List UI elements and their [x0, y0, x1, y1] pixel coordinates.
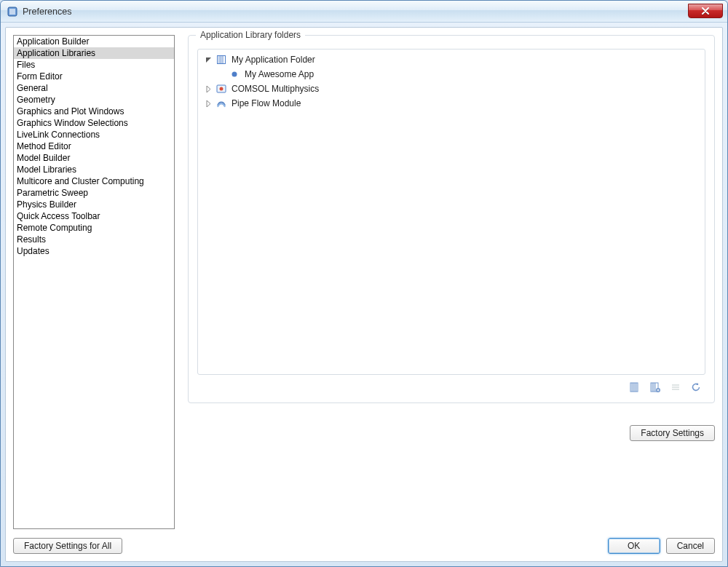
tree-node-label: Pipe Flow Module — [232, 98, 301, 108]
group-title: Application Library folders — [196, 30, 305, 40]
preferences-window: Preferences Application BuilderApplicati… — [0, 0, 728, 567]
add-user-library-icon[interactable] — [628, 381, 641, 394]
sidebar-item[interactable]: Method Editor — [14, 140, 174, 152]
sidebar-item[interactable]: Files — [14, 59, 174, 71]
tree-node-label: My Application Folder — [232, 55, 315, 65]
ok-button[interactable]: OK — [608, 538, 660, 554]
settings-panel: Application Library folders My Applicati… — [188, 35, 715, 529]
pipe-icon — [215, 98, 227, 109]
tree-node-label: COMSOL Multiphysics — [232, 84, 319, 94]
tree-node[interactable]: My Awesome App — [202, 67, 700, 82]
collapse-icon[interactable] — [204, 55, 213, 64]
sidebar-item[interactable]: Graphics Window Selections — [14, 117, 174, 129]
sidebar-item[interactable]: Model Builder — [14, 152, 174, 164]
refresh-icon[interactable] — [689, 381, 703, 394]
content-area: Application BuilderApplication Libraries… — [5, 27, 723, 562]
sidebar-item[interactable]: Form Editor — [14, 71, 174, 82]
tree-node[interactable]: Pipe Flow Module — [202, 96, 700, 111]
library-icon — [215, 54, 227, 66]
sidebar-item[interactable]: Quick Access Toolbar — [14, 210, 174, 222]
set-library-root-icon[interactable] — [649, 381, 662, 394]
sidebar-item[interactable]: Multicore and Cluster Computing — [14, 175, 174, 187]
main-row: Application BuilderApplication Libraries… — [13, 35, 715, 529]
sidebar-item[interactable]: Graphics and Plot Windows — [14, 106, 174, 117]
sidebar-item[interactable]: Updates — [14, 245, 174, 257]
tree-node[interactable]: COMSOL Multiphysics — [202, 82, 700, 96]
sidebar-item[interactable]: Remote Computing — [14, 222, 174, 234]
factory-settings-all-button[interactable]: Factory Settings for All — [13, 538, 122, 554]
factory-settings-button[interactable]: Factory Settings — [630, 425, 715, 441]
svg-point-6 — [232, 72, 237, 77]
ok-cancel-group: OK Cancel — [608, 538, 715, 554]
titlebar[interactable]: Preferences — [1, 1, 727, 23]
comsol-icon — [215, 83, 227, 95]
svg-point-8 — [220, 87, 223, 91]
close-button[interactable] — [688, 4, 723, 18]
leaf-spacer — [217, 70, 226, 79]
sidebar-item[interactable]: General — [14, 82, 174, 94]
sidebar-item[interactable]: Geometry — [14, 94, 174, 106]
sidebar-item[interactable]: Parametric Sweep — [14, 187, 174, 199]
tree-node[interactable]: My Application Folder — [202, 52, 700, 67]
category-sidebar[interactable]: Application BuilderApplication Libraries… — [13, 35, 175, 529]
dialog-footer: Factory Settings for All OK Cancel — [13, 529, 715, 554]
panel-button-row: Factory Settings — [188, 403, 715, 441]
sidebar-item[interactable]: Application Builder — [14, 36, 174, 47]
svg-rect-1 — [9, 9, 15, 15]
sidebar-item[interactable]: Model Libraries — [14, 164, 174, 175]
sidebar-item[interactable]: Results — [14, 234, 174, 245]
sidebar-item[interactable]: LiveLink Connections — [14, 129, 174, 140]
cancel-button[interactable]: Cancel — [666, 538, 715, 554]
app-dot-icon — [229, 68, 240, 80]
tree-node-label: My Awesome App — [245, 69, 314, 79]
window-title: Preferences — [23, 7, 688, 17]
remove-library-icon — [669, 381, 682, 394]
tree-toolbar — [197, 375, 705, 394]
expand-icon[interactable] — [204, 84, 213, 93]
expand-icon[interactable] — [204, 99, 213, 108]
library-folder-tree[interactable]: My Application FolderMy Awesome AppCOMSO… — [197, 49, 705, 375]
sidebar-item[interactable]: Application Libraries — [14, 47, 174, 59]
app-icon — [7, 6, 18, 17]
sidebar-item[interactable]: Physics Builder — [14, 199, 174, 210]
app-library-folders-group: Application Library folders My Applicati… — [188, 35, 715, 403]
